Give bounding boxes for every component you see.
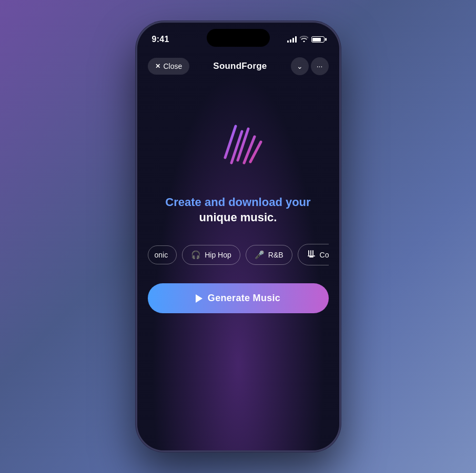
genre-chip-hiphop[interactable]: 🎧 Hip Hop [182,245,240,265]
background: 9:41 [0,0,476,473]
x-icon: ✕ [155,63,160,70]
header-actions: ⌄ ··· [291,57,329,75]
genre-label-electronic: onic [155,251,168,259]
soundforge-logo [209,116,267,173]
play-icon [196,294,202,303]
more-button[interactable]: ··· [311,57,329,75]
genre-label-country: Country [320,251,329,259]
genre-row: onic 🎧 Hip Hop 🎤 R&B [148,244,329,269]
headphones-icon: 🎧 [191,250,201,260]
svg-rect-9 [309,256,313,258]
svg-rect-7 [312,250,313,255]
close-button[interactable]: ✕ Close [148,58,190,75]
tagline: Create and download your unique music. [165,195,310,225]
logo-area [207,113,270,176]
chevron-down-button[interactable]: ⌄ [291,57,309,75]
signal-icon [287,36,297,43]
more-icon: ··· [317,62,323,70]
battery-icon [311,36,325,43]
app-title: SoundForge [213,61,267,71]
app-header: ✕ Close SoundForge ⌄ ··· [137,51,339,81]
microphone-icon: 🎤 [255,250,265,260]
svg-rect-5 [308,250,309,255]
wifi-icon [300,35,308,44]
close-label: Close [164,62,183,70]
genre-label-rnb: R&B [268,251,283,259]
generate-music-label: Generate Music [208,293,280,304]
tagline-line2: unique music. [165,210,310,225]
main-content: Create and download your unique music. o… [137,81,339,329]
generate-music-button[interactable]: Generate Music [148,283,329,313]
chevron-down-icon: ⌄ [297,62,303,70]
svg-rect-8 [308,255,315,256]
tagline-line1: Create and download your [165,195,310,210]
genre-chip-electronic[interactable]: onic [148,245,177,264]
status-icons [287,35,325,44]
genre-chip-country[interactable]: Country [298,244,329,265]
status-time: 9:41 [152,35,169,44]
guitar-icon [307,249,316,260]
genre-chip-rnb[interactable]: 🎤 R&B [246,245,292,265]
phone-frame: 9:41 [136,21,341,452]
genre-label-hiphop: Hip Hop [205,251,231,259]
phone-wrapper: 9:41 [136,21,341,452]
dynamic-island [207,29,270,47]
svg-rect-6 [310,250,311,255]
